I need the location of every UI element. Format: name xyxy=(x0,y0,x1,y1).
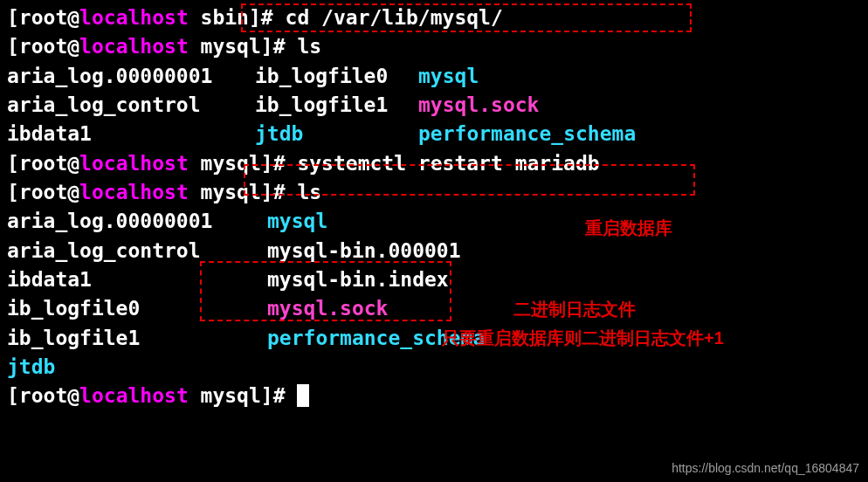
cursor-icon xyxy=(297,384,309,407)
command-text: ls xyxy=(286,35,322,58)
ls-row: aria_log.00000001mysql xyxy=(7,207,861,236)
prompt-dir: sbin xyxy=(189,6,249,29)
prompt-line: [root@localhost sbin]# cd /var/lib/mysql… xyxy=(7,3,861,32)
prompt-line: [root@localhost mysql]# ls xyxy=(7,32,861,61)
bracket-close: ] xyxy=(249,6,261,29)
prompt-line: [root@localhost mysql]# ls xyxy=(7,178,861,207)
command-text: cd /var/lib/mysql/ xyxy=(273,6,503,29)
command-text: ls xyxy=(286,181,322,203)
prompt-at: @ xyxy=(67,6,79,29)
prompt-hash: # xyxy=(261,6,273,29)
ls-row: aria_log_controlmysql-bin.000001 xyxy=(7,237,861,265)
command-text: systemctl restart mariadb xyxy=(286,152,600,175)
ls-row: aria_log.00000001ib_logfile0mysql xyxy=(7,62,861,91)
terminal-output: [root@localhost sbin]# cd /var/lib/mysql… xyxy=(0,0,868,415)
ls-row: ibdata1jtdbperformance_schema xyxy=(7,120,861,148)
prompt-line-active[interactable]: [root@localhost mysql]# xyxy=(7,382,861,410)
ls-row: ibdata1mysql-bin.index xyxy=(7,265,861,294)
ls-row: ib_logfile1performance_schema xyxy=(7,324,861,353)
prompt-host: localhost xyxy=(79,6,189,29)
bracket-open: [ xyxy=(7,6,19,29)
watermark-text: https://blog.csdn.net/qq_16804847 xyxy=(672,459,859,477)
ls-row: jtdb xyxy=(7,353,861,382)
prompt-line: [root@localhost mysql]# systemctl restar… xyxy=(7,149,861,178)
ls-row: ib_logfile0mysql.sock xyxy=(7,294,861,323)
prompt-user: root xyxy=(19,6,67,29)
ls-row: aria_log_controlib_logfile1mysql.sock xyxy=(7,91,861,120)
